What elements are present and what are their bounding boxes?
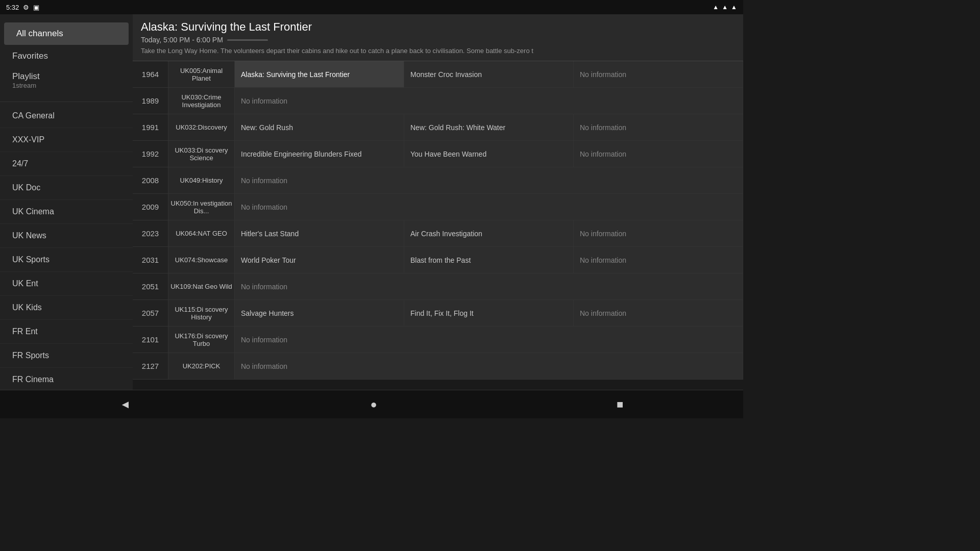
epg-programs-container: Hitler's Last StandAir Crash Investigati…: [235, 220, 743, 246]
epg-channel-number: 2008: [133, 167, 168, 193]
epg-channel-name[interactable]: UK030:Crime Investigiation: [168, 88, 235, 114]
epg-program-cell[interactable]: New: Gold Rush: [235, 114, 404, 140]
epg-program-cell[interactable]: No information: [574, 247, 743, 273]
epg-program-cell[interactable]: No information: [235, 353, 743, 379]
epg-program-cell[interactable]: No information: [235, 88, 743, 114]
playlist-sublabel: 1stream: [12, 82, 120, 89]
epg-channel-number: 2051: [133, 273, 168, 299]
channel-category-item[interactable]: XXX-VIP: [0, 128, 133, 152]
epg-program-cell[interactable]: Monster Croc Invasion: [404, 61, 574, 87]
epg-program-cell[interactable]: Blast from the Past: [404, 247, 574, 273]
epg-channel-number: 2031: [133, 247, 168, 273]
epg-programs-container: No information: [235, 273, 743, 299]
epg-programs-container: World Poker TourBlast from the PastNo in…: [235, 247, 743, 273]
epg-programs-container: Salvage HuntersFind It, Fix It, Flog ItN…: [235, 300, 743, 326]
epg-program-cell[interactable]: No information: [235, 194, 743, 220]
epg-row: 2127UK202:PICKNo information: [133, 353, 743, 380]
channel-category-item[interactable]: UK Ent: [0, 272, 133, 296]
epg-program-cell[interactable]: No information: [574, 220, 743, 246]
channel-category-item[interactable]: UK Kids: [0, 296, 133, 320]
epg-program-cell[interactable]: No information: [235, 273, 743, 299]
sidebar: All channels Favorites Playlist 1stream …: [0, 14, 133, 390]
channel-category-item[interactable]: UK News: [0, 224, 133, 248]
epg-row: 2023UK064:NAT GEOHitler's Last StandAir …: [133, 220, 743, 247]
epg-programs-container: No information: [235, 353, 743, 379]
sidebar-divider: [0, 102, 133, 102]
wifi-icon: ▲: [713, 4, 719, 11]
epg-row: 1989UK030:Crime InvestigiationNo informa…: [133, 88, 743, 114]
epg-programs-container: Alaska: Surviving the Last FrontierMonst…: [235, 61, 743, 87]
epg-channel-number: 1989: [133, 88, 168, 114]
nav-favorites[interactable]: Favorites: [0, 45, 133, 67]
channel-category-item[interactable]: UK Doc: [0, 176, 133, 200]
epg-program-cell[interactable]: Hitler's Last Stand: [235, 220, 404, 246]
channel-category-item[interactable]: 24/7: [0, 152, 133, 176]
channel-category-item[interactable]: FR Ent: [0, 320, 133, 344]
epg-channel-name[interactable]: UK005:Animal Planet: [168, 61, 235, 87]
epg-channel-number: 1991: [133, 114, 168, 140]
epg-program-cell[interactable]: No information: [235, 327, 743, 353]
epg-program-cell[interactable]: New: Gold Rush: White Water: [404, 114, 574, 140]
channel-category-item[interactable]: CA General: [0, 104, 133, 128]
epg-row: 2101UK176:Di scovery TurboNo information: [133, 327, 743, 353]
epg-channel-name[interactable]: UK109:Nat Geo Wild: [168, 273, 235, 299]
epg-row: 1992UK033:Di scovery ScienceIncredible E…: [133, 141, 743, 167]
channel-category-item[interactable]: UK Sports: [0, 248, 133, 272]
progress-bar: [227, 39, 268, 41]
epg-programs-container: No information: [235, 327, 743, 353]
back-button[interactable]: ◄: [108, 394, 143, 415]
epg-program-cell[interactable]: No information: [574, 114, 743, 140]
epg-row: 1964UK005:Animal PlanetAlaska: Surviving…: [133, 61, 743, 88]
epg-channel-number: 2127: [133, 353, 168, 379]
battery-icon: ▣: [33, 4, 39, 11]
epg-area: Alaska: Surviving the Last Frontier Toda…: [133, 14, 743, 390]
epg-program-cell[interactable]: No information: [574, 61, 743, 87]
epg-program-cell[interactable]: Air Crash Investigation: [404, 220, 574, 246]
epg-channel-name[interactable]: UK115:Di scovery History: [168, 300, 235, 326]
epg-program-cell[interactable]: Alaska: Surviving the Last Frontier: [235, 61, 404, 87]
status-bar: 5:32 ⚙ ▣ ▲ ▲ ▲: [0, 0, 743, 14]
epg-channel-number: 2057: [133, 300, 168, 326]
home-button[interactable]: ●: [358, 394, 389, 415]
epg-channel-name[interactable]: UK049:History: [168, 167, 235, 193]
nav-playlist[interactable]: Playlist 1stream: [0, 67, 133, 91]
channel-category-item[interactable]: UK Cinema: [0, 200, 133, 224]
epg-program-cell[interactable]: You Have Been Warned: [404, 141, 574, 167]
epg-channel-name[interactable]: UK033:Di scovery Science: [168, 141, 235, 167]
epg-program-cell[interactable]: Find It, Fix It, Flog It: [404, 300, 574, 326]
bottom-nav: ◄ ● ■: [0, 390, 743, 418]
epg-row: 2057UK115:Di scovery HistorySalvage Hunt…: [133, 300, 743, 327]
channel-category-item[interactable]: FR Cinema: [0, 368, 133, 390]
epg-program-cell[interactable]: Salvage Hunters: [235, 300, 404, 326]
epg-program-cell[interactable]: No information: [574, 300, 743, 326]
epg-channel-number: 1964: [133, 61, 168, 87]
epg-row: 2009UK050:In vestigation Dis...No inform…: [133, 194, 743, 220]
nav-all-channels[interactable]: All channels: [4, 22, 129, 45]
epg-channel-number: 2009: [133, 194, 168, 220]
epg-channel-name[interactable]: UK050:In vestigation Dis...: [168, 194, 235, 220]
settings-icon: ⚙: [23, 4, 29, 11]
channel-category-list: CA GeneralXXX-VIP24/7UK DocUK CinemaUK N…: [0, 104, 133, 390]
epg-channel-number: 2101: [133, 327, 168, 353]
epg-channel-number: 2023: [133, 220, 168, 246]
channel-category-item[interactable]: FR Sports: [0, 344, 133, 368]
epg-channel-name[interactable]: UK202:PICK: [168, 353, 235, 379]
epg-channel-name[interactable]: UK074:Showcase: [168, 247, 235, 273]
epg-channel-name[interactable]: UK176:Di scovery Turbo: [168, 327, 235, 353]
playlist-label: Playlist: [12, 71, 40, 81]
epg-row: 1991UK032:DiscoveryNew: Gold RushNew: Go…: [133, 114, 743, 141]
info-description: Take the Long Way Home. The volunteers d…: [141, 47, 735, 55]
epg-program-cell[interactable]: Incredible Engineering Blunders Fixed: [235, 141, 404, 167]
epg-channel-number: 1992: [133, 141, 168, 167]
epg-programs-container: No information: [235, 194, 743, 220]
epg-row: 2008UK049:HistoryNo information: [133, 167, 743, 194]
epg-row: 2031UK074:ShowcaseWorld Poker TourBlast …: [133, 247, 743, 273]
signal-icon: ▲: [722, 4, 728, 11]
signal2-icon: ▲: [731, 4, 737, 11]
epg-channel-name[interactable]: UK032:Discovery: [168, 114, 235, 140]
epg-program-cell[interactable]: No information: [574, 141, 743, 167]
epg-channel-name[interactable]: UK064:NAT GEO: [168, 220, 235, 246]
epg-program-cell[interactable]: World Poker Tour: [235, 247, 404, 273]
recents-button[interactable]: ■: [604, 394, 635, 415]
epg-program-cell[interactable]: No information: [235, 167, 743, 193]
